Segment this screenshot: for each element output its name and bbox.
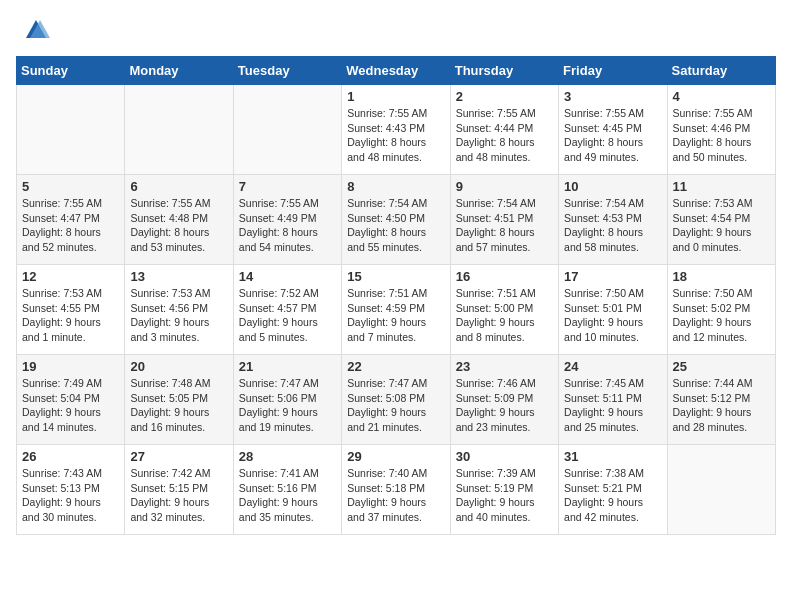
day-info: Sunrise: 7:55 AM Sunset: 4:45 PM Dayligh… — [564, 106, 661, 165]
calendar-day-8: 8Sunrise: 7:54 AM Sunset: 4:50 PM Daylig… — [342, 175, 450, 265]
calendar-day-1: 1Sunrise: 7:55 AM Sunset: 4:43 PM Daylig… — [342, 85, 450, 175]
day-number: 7 — [239, 179, 336, 194]
calendar-empty-cell — [125, 85, 233, 175]
day-number: 25 — [673, 359, 770, 374]
calendar-day-17: 17Sunrise: 7:50 AM Sunset: 5:01 PM Dayli… — [559, 265, 667, 355]
calendar-day-3: 3Sunrise: 7:55 AM Sunset: 4:45 PM Daylig… — [559, 85, 667, 175]
day-number: 11 — [673, 179, 770, 194]
day-number: 30 — [456, 449, 553, 464]
calendar-day-29: 29Sunrise: 7:40 AM Sunset: 5:18 PM Dayli… — [342, 445, 450, 535]
day-info: Sunrise: 7:38 AM Sunset: 5:21 PM Dayligh… — [564, 466, 661, 525]
day-number: 15 — [347, 269, 444, 284]
day-info: Sunrise: 7:47 AM Sunset: 5:08 PM Dayligh… — [347, 376, 444, 435]
logo — [16, 16, 50, 44]
day-info: Sunrise: 7:43 AM Sunset: 5:13 PM Dayligh… — [22, 466, 119, 525]
day-number: 12 — [22, 269, 119, 284]
day-number: 5 — [22, 179, 119, 194]
calendar-day-14: 14Sunrise: 7:52 AM Sunset: 4:57 PM Dayli… — [233, 265, 341, 355]
day-number: 16 — [456, 269, 553, 284]
day-number: 18 — [673, 269, 770, 284]
day-number: 6 — [130, 179, 227, 194]
calendar-day-20: 20Sunrise: 7:48 AM Sunset: 5:05 PM Dayli… — [125, 355, 233, 445]
day-info: Sunrise: 7:39 AM Sunset: 5:19 PM Dayligh… — [456, 466, 553, 525]
calendar-day-19: 19Sunrise: 7:49 AM Sunset: 5:04 PM Dayli… — [17, 355, 125, 445]
calendar-day-12: 12Sunrise: 7:53 AM Sunset: 4:55 PM Dayli… — [17, 265, 125, 355]
calendar-week-row: 26Sunrise: 7:43 AM Sunset: 5:13 PM Dayli… — [17, 445, 776, 535]
calendar-day-9: 9Sunrise: 7:54 AM Sunset: 4:51 PM Daylig… — [450, 175, 558, 265]
calendar-day-2: 2Sunrise: 7:55 AM Sunset: 4:44 PM Daylig… — [450, 85, 558, 175]
day-number: 17 — [564, 269, 661, 284]
day-number: 26 — [22, 449, 119, 464]
logo-icon — [22, 16, 50, 44]
calendar-day-24: 24Sunrise: 7:45 AM Sunset: 5:11 PM Dayli… — [559, 355, 667, 445]
day-info: Sunrise: 7:45 AM Sunset: 5:11 PM Dayligh… — [564, 376, 661, 435]
day-info: Sunrise: 7:47 AM Sunset: 5:06 PM Dayligh… — [239, 376, 336, 435]
calendar-day-4: 4Sunrise: 7:55 AM Sunset: 4:46 PM Daylig… — [667, 85, 775, 175]
day-info: Sunrise: 7:55 AM Sunset: 4:44 PM Dayligh… — [456, 106, 553, 165]
calendar-empty-cell — [17, 85, 125, 175]
calendar-day-11: 11Sunrise: 7:53 AM Sunset: 4:54 PM Dayli… — [667, 175, 775, 265]
day-info: Sunrise: 7:54 AM Sunset: 4:51 PM Dayligh… — [456, 196, 553, 255]
day-info: Sunrise: 7:41 AM Sunset: 5:16 PM Dayligh… — [239, 466, 336, 525]
day-info: Sunrise: 7:51 AM Sunset: 4:59 PM Dayligh… — [347, 286, 444, 345]
day-number: 4 — [673, 89, 770, 104]
day-info: Sunrise: 7:55 AM Sunset: 4:48 PM Dayligh… — [130, 196, 227, 255]
calendar-day-30: 30Sunrise: 7:39 AM Sunset: 5:19 PM Dayli… — [450, 445, 558, 535]
calendar-day-26: 26Sunrise: 7:43 AM Sunset: 5:13 PM Dayli… — [17, 445, 125, 535]
day-info: Sunrise: 7:50 AM Sunset: 5:02 PM Dayligh… — [673, 286, 770, 345]
day-number: 9 — [456, 179, 553, 194]
day-info: Sunrise: 7:55 AM Sunset: 4:46 PM Dayligh… — [673, 106, 770, 165]
day-info: Sunrise: 7:53 AM Sunset: 4:54 PM Dayligh… — [673, 196, 770, 255]
calendar-day-7: 7Sunrise: 7:55 AM Sunset: 4:49 PM Daylig… — [233, 175, 341, 265]
day-number: 1 — [347, 89, 444, 104]
day-info: Sunrise: 7:54 AM Sunset: 4:50 PM Dayligh… — [347, 196, 444, 255]
calendar-day-18: 18Sunrise: 7:50 AM Sunset: 5:02 PM Dayli… — [667, 265, 775, 355]
weekday-header-friday: Friday — [559, 57, 667, 85]
calendar-table: SundayMondayTuesdayWednesdayThursdayFrid… — [16, 56, 776, 535]
day-number: 31 — [564, 449, 661, 464]
day-info: Sunrise: 7:44 AM Sunset: 5:12 PM Dayligh… — [673, 376, 770, 435]
day-number: 27 — [130, 449, 227, 464]
day-info: Sunrise: 7:55 AM Sunset: 4:49 PM Dayligh… — [239, 196, 336, 255]
calendar-day-13: 13Sunrise: 7:53 AM Sunset: 4:56 PM Dayli… — [125, 265, 233, 355]
calendar-day-27: 27Sunrise: 7:42 AM Sunset: 5:15 PM Dayli… — [125, 445, 233, 535]
calendar-day-10: 10Sunrise: 7:54 AM Sunset: 4:53 PM Dayli… — [559, 175, 667, 265]
weekday-header-saturday: Saturday — [667, 57, 775, 85]
day-number: 2 — [456, 89, 553, 104]
day-number: 3 — [564, 89, 661, 104]
calendar-header-row: SundayMondayTuesdayWednesdayThursdayFrid… — [17, 57, 776, 85]
day-info: Sunrise: 7:50 AM Sunset: 5:01 PM Dayligh… — [564, 286, 661, 345]
calendar-week-row: 19Sunrise: 7:49 AM Sunset: 5:04 PM Dayli… — [17, 355, 776, 445]
page-header — [16, 16, 776, 44]
day-number: 8 — [347, 179, 444, 194]
day-number: 21 — [239, 359, 336, 374]
weekday-header-sunday: Sunday — [17, 57, 125, 85]
calendar-day-25: 25Sunrise: 7:44 AM Sunset: 5:12 PM Dayli… — [667, 355, 775, 445]
day-info: Sunrise: 7:46 AM Sunset: 5:09 PM Dayligh… — [456, 376, 553, 435]
weekday-header-tuesday: Tuesday — [233, 57, 341, 85]
day-number: 19 — [22, 359, 119, 374]
calendar-empty-cell — [667, 445, 775, 535]
day-number: 23 — [456, 359, 553, 374]
calendar-empty-cell — [233, 85, 341, 175]
day-info: Sunrise: 7:42 AM Sunset: 5:15 PM Dayligh… — [130, 466, 227, 525]
day-info: Sunrise: 7:40 AM Sunset: 5:18 PM Dayligh… — [347, 466, 444, 525]
day-number: 24 — [564, 359, 661, 374]
day-info: Sunrise: 7:54 AM Sunset: 4:53 PM Dayligh… — [564, 196, 661, 255]
day-number: 20 — [130, 359, 227, 374]
calendar-day-5: 5Sunrise: 7:55 AM Sunset: 4:47 PM Daylig… — [17, 175, 125, 265]
day-number: 10 — [564, 179, 661, 194]
calendar-day-15: 15Sunrise: 7:51 AM Sunset: 4:59 PM Dayli… — [342, 265, 450, 355]
day-number: 13 — [130, 269, 227, 284]
calendar-week-row: 1Sunrise: 7:55 AM Sunset: 4:43 PM Daylig… — [17, 85, 776, 175]
calendar-day-31: 31Sunrise: 7:38 AM Sunset: 5:21 PM Dayli… — [559, 445, 667, 535]
calendar-day-6: 6Sunrise: 7:55 AM Sunset: 4:48 PM Daylig… — [125, 175, 233, 265]
day-number: 22 — [347, 359, 444, 374]
calendar-day-28: 28Sunrise: 7:41 AM Sunset: 5:16 PM Dayli… — [233, 445, 341, 535]
calendar-week-row: 5Sunrise: 7:55 AM Sunset: 4:47 PM Daylig… — [17, 175, 776, 265]
day-number: 14 — [239, 269, 336, 284]
day-info: Sunrise: 7:55 AM Sunset: 4:47 PM Dayligh… — [22, 196, 119, 255]
day-number: 28 — [239, 449, 336, 464]
weekday-header-wednesday: Wednesday — [342, 57, 450, 85]
calendar-day-23: 23Sunrise: 7:46 AM Sunset: 5:09 PM Dayli… — [450, 355, 558, 445]
